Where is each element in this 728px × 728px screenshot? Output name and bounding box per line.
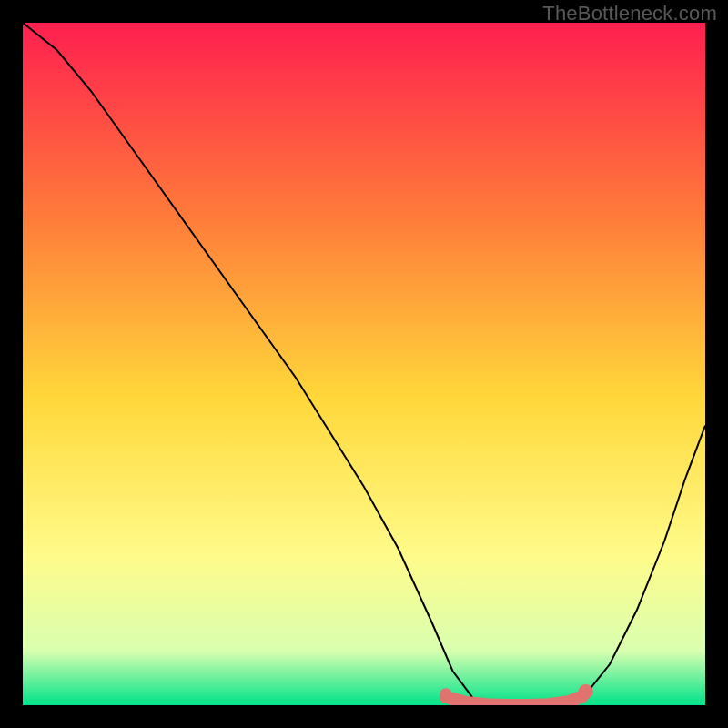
bottleneck-curve bbox=[23, 23, 705, 705]
plot-area bbox=[23, 23, 705, 705]
start-dot bbox=[440, 688, 452, 701]
chart-frame: TheBottleneck.com bbox=[0, 0, 728, 728]
curves-layer bbox=[23, 23, 705, 705]
watermark-text: TheBottleneck.com bbox=[542, 2, 717, 25]
optimal-range-marker bbox=[446, 696, 582, 705]
end-dot bbox=[579, 684, 593, 699]
